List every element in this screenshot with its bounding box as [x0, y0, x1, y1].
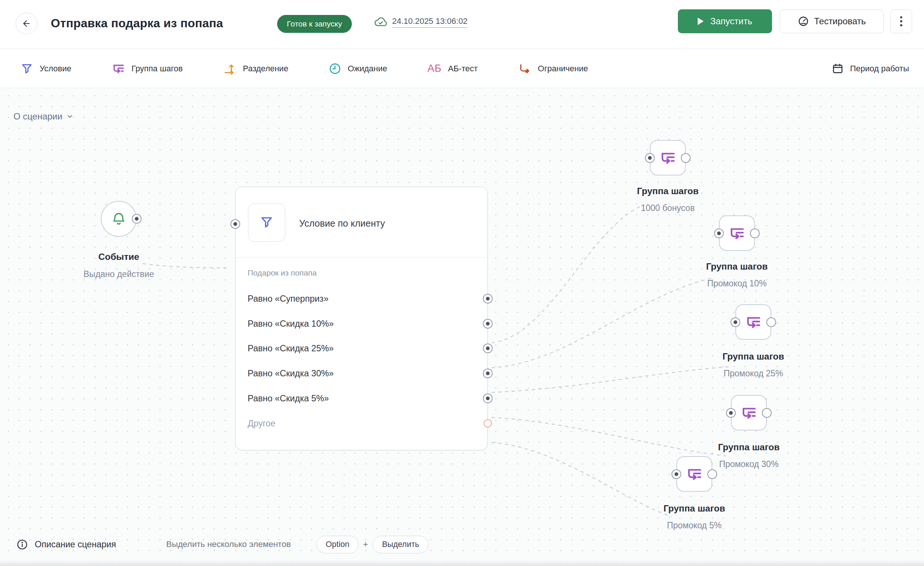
toolbar-item-split[interactable]: Разделение	[223, 62, 288, 75]
steps-icon	[728, 225, 746, 242]
group-title: Группа шагов	[690, 351, 817, 362]
test-button[interactable]: Тестировать	[780, 9, 884, 33]
steps-icon	[740, 404, 758, 422]
group-output-port[interactable]	[707, 469, 717, 479]
key-pill-select: Выделить	[373, 536, 428, 553]
node-palette-toolbar: Условие Группа шагов Разделение Ожидание…	[0, 49, 924, 88]
event-title: Событие	[55, 252, 182, 262]
condition-row[interactable]: Равно «Скидка 5%»	[236, 386, 488, 411]
condition-row-port-other[interactable]	[484, 419, 492, 427]
condition-row[interactable]: Равно «Скидка 25%»	[236, 336, 488, 361]
funnel-icon	[21, 62, 33, 75]
autosave-indicator: 24.10.2025 13:06:02	[374, 16, 468, 28]
bell-icon	[111, 211, 127, 227]
status-badge: Готов к запуску	[277, 15, 352, 33]
funnel-icon	[259, 215, 274, 230]
group-subtitle: 1000 бонусов	[597, 203, 739, 213]
condition-row-port[interactable]	[483, 294, 493, 304]
group-input-port[interactable]	[672, 469, 681, 479]
chevron-down-icon	[66, 113, 74, 120]
condition-row-port[interactable]	[483, 394, 493, 403]
kebab-icon	[900, 15, 903, 27]
info-icon	[16, 539, 28, 550]
condition-header: Условие по клиенту	[236, 187, 488, 257]
condition-row-port[interactable]	[483, 343, 493, 353]
condition-row[interactable]: Равно «Скидка 10%»	[236, 311, 488, 336]
group-input-port[interactable]	[645, 153, 655, 163]
page-title: Отправка подарка из попапа	[51, 16, 223, 30]
condition-input-port[interactable]	[231, 219, 240, 229]
group-node[interactable]	[719, 216, 755, 251]
group-output-port[interactable]	[766, 317, 776, 327]
autosave-timestamp[interactable]: 24.10.2025 13:06:02	[392, 16, 468, 28]
condition-row-port[interactable]	[483, 319, 493, 329]
scenario-description-button[interactable]: Описание сценария	[16, 539, 116, 550]
plus-separator: +	[363, 539, 368, 550]
about-scenario-toggle[interactable]: О сценарии	[14, 111, 74, 122]
cloud-check-icon	[374, 17, 388, 27]
run-button[interactable]: Запустить	[678, 9, 772, 33]
group-input-port[interactable]	[714, 229, 724, 238]
canvas-footer: Описание сценария Выделить несколько эле…	[0, 533, 924, 556]
arrow-left-icon	[22, 19, 32, 28]
schedule-button[interactable]: Период работы	[832, 63, 909, 75]
group-node[interactable]	[676, 456, 712, 492]
toolbar-item-condition[interactable]: Условие	[21, 62, 71, 75]
toolbar-item-wait[interactable]: Ожидание	[328, 62, 387, 75]
back-button[interactable]	[16, 13, 38, 34]
group-output-port[interactable]	[681, 153, 691, 163]
group-title: Группа шагов	[674, 261, 800, 272]
limit-arrow-icon	[518, 62, 531, 75]
group-node[interactable]	[735, 304, 771, 340]
group-subtitle: Промокод 25%	[682, 368, 824, 379]
more-menu-button[interactable]	[890, 9, 912, 33]
divider	[236, 257, 488, 258]
condition-row-port[interactable]	[483, 368, 493, 378]
condition-row[interactable]: Равно «Скидка 30%»	[236, 361, 488, 386]
key-pill-option: Option	[316, 536, 358, 553]
steps-icon	[745, 314, 762, 331]
ab-icon: АБ	[428, 63, 442, 74]
clock-icon	[328, 62, 341, 75]
condition-icon-tile	[248, 204, 285, 241]
group-title: Группа шагов	[604, 186, 731, 196]
group-title: Группа шагов	[631, 503, 758, 514]
group-output-port[interactable]	[750, 229, 760, 238]
header: Отправка подарка из попапа Готов к запус…	[0, 0, 924, 49]
group-output-port[interactable]	[762, 408, 772, 418]
event-subtitle: Выдано действие	[48, 269, 190, 279]
group-subtitle: Промокод 5%	[623, 520, 765, 530]
event-output-port[interactable]	[132, 214, 141, 224]
play-icon	[698, 18, 704, 25]
toolbar-item-limit[interactable]: Ограничение	[518, 62, 588, 75]
group-input-port[interactable]	[726, 408, 736, 418]
toolbar-item-step-group[interactable]: Группа шагов	[112, 62, 183, 75]
scenario-canvas: О сценарии Событие Выдано действие Услов…	[0, 88, 924, 566]
multi-select-hint: Выделить несколько элементов	[166, 539, 291, 549]
condition-row[interactable]: Равно «Суперприз»	[236, 286, 488, 311]
condition-node-card[interactable]: Условие по клиенту Подарок из попапа Рав…	[235, 187, 488, 450]
group-title: Группа шагов	[686, 442, 812, 452]
split-arrows-icon	[223, 62, 236, 75]
group-node[interactable]	[650, 140, 686, 175]
calendar-icon	[832, 63, 844, 75]
event-node[interactable]	[101, 201, 137, 237]
steps-icon	[659, 149, 676, 166]
condition-row-other[interactable]: Другое	[236, 411, 488, 436]
condition-section-label: Подарок из попапа	[248, 268, 317, 277]
group-input-port[interactable]	[730, 317, 740, 327]
condition-title: Условие по клиенту	[299, 218, 385, 229]
steps-icon	[112, 62, 125, 75]
group-subtitle: Промокод 10%	[666, 279, 808, 289]
group-node[interactable]	[731, 395, 767, 430]
gauge-icon	[798, 16, 809, 27]
bottom-edge-shade	[0, 560, 924, 566]
toolbar-item-ab-test[interactable]: АБ АБ-тест	[428, 63, 478, 74]
steps-icon	[686, 466, 703, 483]
